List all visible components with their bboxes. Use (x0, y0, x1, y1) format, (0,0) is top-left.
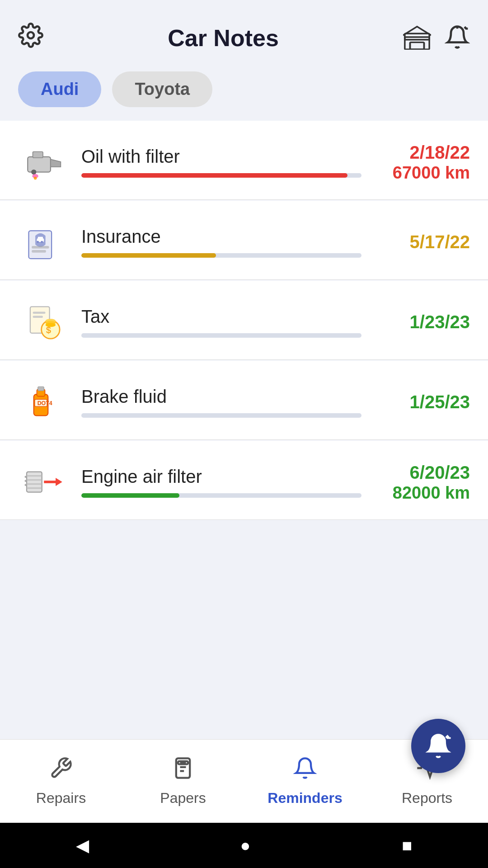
oil-progress-bg (81, 173, 361, 178)
svg-rect-17 (32, 250, 46, 253)
tab-audi[interactable]: Audi (18, 71, 101, 107)
air-icon (18, 457, 68, 507)
papers-icon (171, 756, 195, 785)
home-button[interactable]: ● (240, 836, 251, 855)
air-date: 6/20/23 82000 km (371, 462, 470, 503)
oil-name: Oil with filter (81, 146, 361, 167)
nav-reminders[interactable]: Reminders (244, 756, 366, 807)
oil-km-value: 67000 km (371, 163, 470, 183)
oil-date: 2/18/22 67000 km (371, 142, 470, 183)
reminders-icon (293, 756, 317, 785)
svg-point-14 (34, 177, 37, 180)
svg-point-12 (31, 170, 36, 175)
svg-rect-9 (28, 157, 51, 172)
tax-progress-bg (81, 333, 361, 338)
reminder-item-oil[interactable]: Oil with filter 2/18/22 67000 km (0, 121, 488, 200)
garage-icon[interactable] (403, 24, 431, 52)
insurance-date: 5/17/22 (371, 231, 470, 253)
add-reminder-fab[interactable] (411, 719, 465, 773)
nav-repairs[interactable]: Repairs (0, 756, 122, 807)
settings-icon[interactable] (18, 23, 43, 53)
svg-point-0 (28, 32, 34, 38)
svg-rect-35 (27, 472, 42, 492)
air-date-value: 6/20/23 (371, 462, 470, 483)
svg-rect-32 (38, 387, 44, 391)
reports-label: Reports (402, 790, 452, 807)
insurance-icon (18, 217, 68, 267)
reminder-list: Oil with filter 2/18/22 67000 km (0, 121, 488, 835)
header-right-icons (403, 24, 470, 52)
svg-rect-5 (405, 37, 429, 40)
svg-text:DOT4: DOT4 (38, 400, 52, 406)
air-name: Engine air filter (81, 467, 361, 487)
brake-content: Brake fluid (81, 387, 361, 418)
air-progress-fill (81, 493, 179, 498)
svg-rect-16 (32, 246, 49, 249)
reminders-label: Reminders (267, 790, 342, 807)
brake-progress-bg (81, 413, 361, 418)
svg-rect-4 (410, 42, 424, 50)
svg-point-27 (46, 323, 56, 327)
insurance-progress-bg (81, 253, 361, 258)
svg-rect-19 (38, 237, 43, 239)
svg-point-42 (25, 484, 27, 486)
insurance-content: Insurance (81, 226, 361, 258)
repairs-label: Repairs (36, 790, 86, 807)
air-content: Engine air filter (81, 467, 361, 498)
oil-progress-fill (81, 173, 347, 178)
tax-icon: $ (18, 297, 68, 347)
app-title: Car Notes (43, 24, 403, 52)
svg-marker-10 (51, 159, 61, 167)
svg-rect-29 (33, 316, 43, 318)
svg-rect-11 (33, 152, 43, 158)
air-progress-bg (81, 493, 361, 498)
brake-name: Brake fluid (81, 387, 361, 407)
brake-date-value: 1/25/23 (371, 391, 470, 413)
svg-rect-28 (33, 312, 46, 314)
svg-point-21 (41, 241, 43, 243)
papers-label: Papers (160, 790, 206, 807)
air-km-value: 82000 km (371, 483, 470, 503)
tax-date: 1/23/23 (371, 311, 470, 333)
tax-name: Tax (81, 307, 361, 327)
brake-date: 1/25/23 (371, 391, 470, 413)
svg-point-40 (25, 476, 27, 478)
tab-toyota[interactable]: Toyota (112, 71, 212, 107)
insurance-date-value: 5/17/22 (371, 231, 470, 253)
insurance-progress-fill (81, 253, 216, 258)
repairs-icon (49, 756, 73, 785)
car-tabs: Audi Toyota (0, 62, 488, 121)
back-button[interactable]: ◀ (76, 835, 89, 855)
svg-point-41 (25, 480, 27, 482)
system-nav: ◀ ● ■ (0, 823, 488, 868)
reminder-item-tax[interactable]: $ Tax 1/23/23 (0, 281, 488, 360)
svg-point-20 (37, 241, 39, 243)
add-reminder-icon-header[interactable] (445, 24, 470, 52)
oil-icon (18, 137, 68, 187)
reminder-item-brake[interactable]: DOT4 Brake fluid 1/25/23 (0, 361, 488, 440)
oil-content: Oil with filter (81, 146, 361, 178)
oil-date-value: 2/18/22 (371, 142, 470, 163)
recents-button[interactable]: ■ (402, 836, 413, 855)
svg-marker-44 (56, 478, 62, 486)
svg-rect-1 (405, 33, 429, 49)
tax-date-value: 1/23/23 (371, 311, 470, 333)
nav-papers[interactable]: Papers (122, 756, 244, 807)
reminder-item-insurance[interactable]: Insurance 5/17/22 (0, 201, 488, 280)
header: Car Notes (0, 0, 488, 62)
reminder-item-air[interactable]: Engine air filter 6/20/23 82000 km (0, 441, 488, 520)
tax-content: Tax (81, 307, 361, 338)
brake-icon: DOT4 (18, 377, 68, 427)
insurance-name: Insurance (81, 226, 361, 247)
